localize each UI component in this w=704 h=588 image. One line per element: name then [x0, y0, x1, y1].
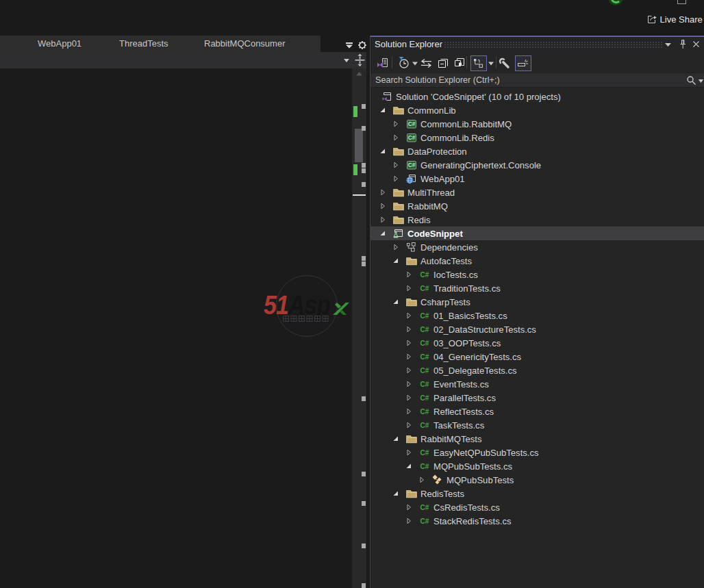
svg-text:C#: C#: [420, 271, 429, 279]
svg-text:C#: C#: [408, 121, 416, 127]
svg-text:C#: C#: [420, 312, 429, 320]
svg-text:C#: C#: [420, 326, 429, 333]
svg-text:C#: C#: [420, 367, 429, 374]
svg-text:C#: C#: [420, 517, 429, 525]
svg-text:C#: C#: [420, 463, 429, 470]
svg-text:C#: C#: [420, 394, 429, 402]
svg-text:C#: C#: [408, 162, 416, 168]
svg-text:C#: C#: [420, 340, 429, 347]
svg-text:C#: C#: [420, 449, 429, 457]
svg-text:C#: C#: [420, 504, 429, 511]
svg-text:C#: C#: [420, 381, 429, 388]
svg-text:C#: C#: [420, 353, 429, 361]
svg-text:C#: C#: [420, 422, 429, 429]
svg-text:C#: C#: [408, 135, 416, 141]
svg-text:C#: C#: [420, 285, 429, 292]
svg-text:C#: C#: [420, 408, 429, 416]
